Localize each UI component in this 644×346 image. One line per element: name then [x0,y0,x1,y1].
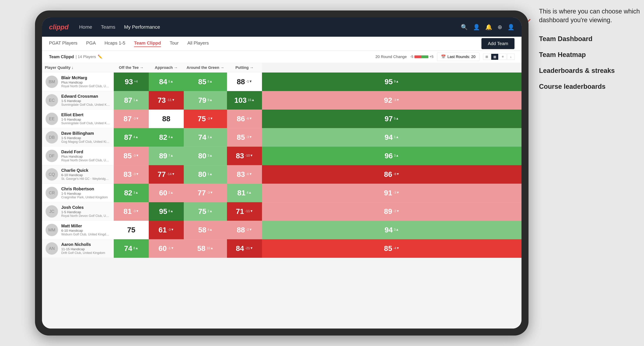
player-cell[interactable]: AN Aaron Nicholls 11-15 Handicap Drift G… [42,239,114,258]
player-name: Edward Crossman [61,94,110,99]
subnav-pga[interactable]: PGA [86,40,96,47]
team-name: Team Clippd [49,54,74,59]
avatar: MM [46,224,58,236]
player-cell[interactable]: JC Josh Coles 1-5 Handicap Royal North D… [42,202,114,221]
stat-cell-putting: 95 9▲ [262,72,522,91]
last-rounds-label: Last Rounds: 20 [448,54,476,59]
col-around-green: Around the Green → [184,63,227,72]
subnav-pgat-players[interactable]: PGAT Players [49,40,77,47]
avatar: EC [46,94,58,107]
stat-value: 86 [384,170,392,178]
avatar: BM [46,75,58,88]
subnav-tour[interactable]: Tour [170,40,179,47]
stat-change: -10▼ [245,154,253,158]
stat-value: 83 [124,170,132,178]
table-row: EE Elliot Ebert 1-5 Handicap Sunningdale… [42,110,522,128]
player-cell[interactable]: DB Dave Billingham 1-5 Handicap Gog Mago… [42,128,114,147]
table-row: JC Josh Coles 1-5 Handicap Royal North D… [42,202,522,221]
player-name: Charlie Quick [61,168,110,173]
stat-cell-aroundGreen: 83 -10▼ [227,147,262,165]
edit-team-icon[interactable]: ✏️ [98,54,102,59]
scale-min: -5 [410,55,413,59]
stat-change: -3▼ [393,191,400,195]
nav-my-performance[interactable]: My Performance [124,24,160,30]
subnav-all-players[interactable]: All Players [187,40,209,47]
add-team-button[interactable]: Add Team [482,38,514,49]
stat-change: -21▼ [245,246,253,251]
stat-cell-putting: 91 -3▼ [262,184,522,202]
settings-icon[interactable]: ⊕ [498,24,502,30]
last-rounds-button[interactable]: 📅 Last Rounds: 20 [437,53,480,61]
stat-value: 87 [124,133,132,142]
stat-change: 3▲ [208,154,212,158]
avatar: CR [46,187,58,199]
stat-change: 1▲ [208,135,212,140]
stat-inner: 88 [149,110,184,128]
stat-inner: 74 1▲ [184,128,227,147]
subnav-hcaps[interactable]: Hcaps 1-5 [104,40,125,47]
view-grid-small-button[interactable]: ⊞ [483,54,490,60]
stat-cell-approach: 75 -3▼ [184,110,227,128]
player-cell[interactable]: MM Matt Miller 6-10 Handicap Woburn Golf… [42,221,114,239]
table-row: EC Edward Crossman 1-5 Handicap Sunningd… [42,91,522,110]
stat-cell-offTee: 73 -11▼ [149,91,184,110]
stat-cell-putting: 96 3▲ [262,147,522,165]
player-cell[interactable]: EC Edward Crossman 1-5 Handicap Sunningd… [42,91,114,110]
view-heatmap-button[interactable]: ≡ [499,54,506,60]
player-cell[interactable]: CR Chris Robertson 1-5 Handicap Craigmil… [42,184,114,202]
nav-links: Home Teams My Performance [79,24,461,30]
table-row: DF David Ford Plus Handicap Royal North … [42,147,522,165]
stat-change: 9▲ [208,98,212,103]
bell-icon[interactable]: 🔔 [485,24,492,30]
stat-inner: 84 6▲ [149,73,184,91]
stat-change: 2▲ [168,191,174,195]
stat-cell-aroundGreen: 88 -1▼ [227,72,262,91]
stat-cell-putting: 86 -8▼ [262,165,522,184]
annotation-callout: This is where you can choose which dashb… [539,7,640,25]
stat-inner: 86 -6▼ [227,110,262,128]
tablet-frame: clippd Home Teams My Performance 🔍 👤 🔔 ⊕… [35,10,528,336]
person-icon[interactable]: 👤 [473,24,480,30]
player-cell[interactable]: BM Blair McHarg Plus Handicap Royal Nort… [42,72,114,91]
stat-value: 71 [236,207,244,216]
player-name: Chris Robertson [61,186,110,191]
search-icon[interactable]: 🔍 [461,24,468,30]
stat-cell-quality: 85 -3▼ [114,147,149,165]
subnav-team-clippd[interactable]: Team Clippd [134,40,161,47]
player-club: Craigmillar Park, United Kingdom [61,195,110,199]
stat-cell-offTee: 60 2▲ [149,184,184,202]
stat-inner: 95 9▲ [262,73,522,91]
stat-cell-quality: 87 -3▼ [114,110,149,128]
player-club: Gog Magog Golf Club, United Kingdom [61,140,110,144]
player-cell[interactable]: DF David Ford Plus Handicap Royal North … [42,147,114,165]
view-download-button[interactable]: ↓ [507,54,514,60]
stat-cell-approach: 77 -3▼ [184,184,227,202]
stat-value: 75 [127,226,136,234]
table-row: BM Blair McHarg Plus Handicap Royal Nort… [42,72,522,91]
stat-change: -3▼ [207,191,213,195]
avatar: EE [46,113,58,125]
stat-cell-quality: 87 1▲ [114,91,149,110]
player-cell[interactable]: CQ Charlie Quick 6-10 Handicap St. Georg… [42,165,114,184]
stat-value: 103 [234,96,246,105]
stat-value: 58 [197,244,206,253]
scale-red [414,55,422,58]
table-row: MM Matt Miller 6-10 Handicap Woburn Golf… [42,221,522,239]
nav-home[interactable]: Home [79,24,92,30]
player-name: Aaron Nicholls [61,242,110,247]
stat-inner: 60 2▲ [149,184,184,202]
stat-change: 3▲ [133,191,138,195]
stat-change: 4▲ [246,191,252,195]
stat-change: -3▼ [133,172,139,177]
stat-cell-aroundGreen: 85 -3▼ [227,128,262,147]
player-cell[interactable]: EE Elliot Ebert 1-5 Handicap Sunningdale… [42,110,114,128]
view-grid-large-button[interactable]: ▦ [491,54,498,60]
stat-change: 1▲ [208,172,212,177]
round-change-label: 20 Round Change [376,54,407,59]
player-name: David Ford [61,149,110,154]
player-info: David Ford Plus Handicap Royal North Dev… [61,149,110,162]
player-handicap: 1-5 Handicap [61,99,110,103]
stat-value: 79 [198,96,206,105]
nav-teams[interactable]: Teams [101,24,115,30]
user-avatar-icon[interactable]: 👤 [508,24,514,30]
